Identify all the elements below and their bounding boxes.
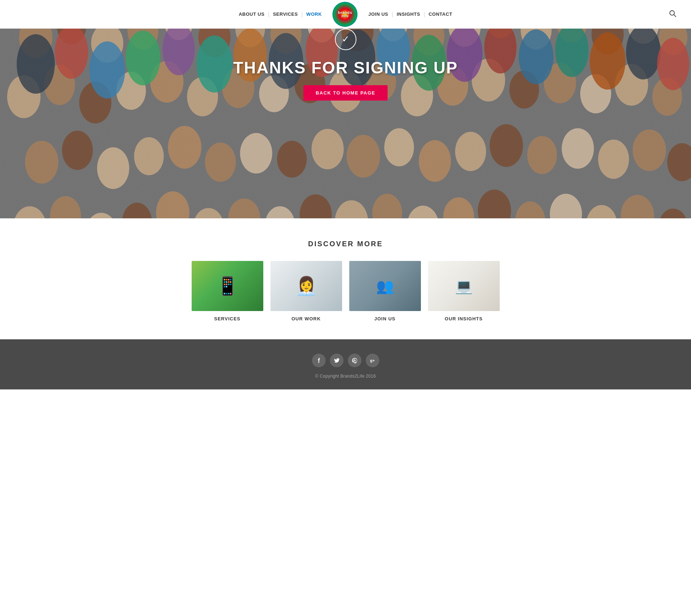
nav-about-us[interactable]: ABOUT US — [239, 11, 264, 17]
site-header: ABOUT US | SERVICES | WORK brands 2life … — [0, 0, 691, 29]
search-button[interactable] — [669, 10, 677, 19]
svg-point-52 — [419, 140, 451, 182]
svg-point-55 — [527, 136, 557, 174]
discover-section: DISCOVER MORE SERVICES OUR WORK JOIN US … — [0, 218, 691, 339]
svg-point-48 — [277, 141, 307, 178]
svg-point-47 — [240, 133, 272, 174]
svg-point-46 — [205, 142, 236, 182]
nav-right: JOIN US | INSIGHTS | CONTACT — [368, 11, 452, 17]
nav-services[interactable]: SERVICES — [273, 11, 298, 17]
svg-point-42 — [62, 131, 93, 170]
nav-work[interactable]: WORK — [306, 11, 322, 17]
logo-text-brands: brands — [338, 10, 352, 15]
svg-line-1 — [674, 15, 676, 17]
nav-join-us[interactable]: JOIN US — [368, 11, 388, 17]
card-services[interactable]: SERVICES — [192, 261, 263, 321]
card-img-work — [270, 261, 342, 311]
cards-row: SERVICES OUR WORK JOIN US OUR INSIGHTS — [0, 261, 691, 321]
svg-point-45 — [168, 126, 201, 169]
svg-point-43 — [97, 147, 129, 189]
card-img-insights — [428, 261, 500, 311]
social-icons-row: g+ — [7, 354, 684, 367]
svg-point-0 — [670, 10, 675, 15]
social-twitter[interactable] — [330, 354, 344, 367]
svg-point-54 — [490, 124, 523, 167]
back-to-home-button[interactable]: BACK TO HOME PAGE — [303, 85, 388, 101]
social-googleplus[interactable]: g+ — [366, 354, 379, 367]
footer-copyright: © Copyright Brands2Life 2016 — [7, 374, 684, 379]
svg-point-44 — [134, 137, 164, 175]
svg-point-41 — [25, 141, 58, 184]
svg-point-57 — [598, 140, 629, 179]
card-img-joinus — [349, 261, 421, 311]
check-circle: ✓ — [335, 29, 356, 50]
site-footer: g+ © Copyright Brands2Life 2016 — [0, 339, 691, 389]
nav-left: ABOUT US | SERVICES | WORK — [239, 11, 322, 17]
nav-sep-3: | — [392, 11, 393, 17]
hero-content: ✓ THANKS FOR SIGNING UP BACK TO HOME PAG… — [0, 29, 691, 101]
social-pinterest[interactable] — [348, 354, 361, 367]
card-our-insights[interactable]: OUR INSIGHTS — [428, 261, 500, 321]
logo-text-life: 2life — [341, 15, 349, 18]
hero-section: ✓ THANKS FOR SIGNING UP BACK TO HOME PAG… — [0, 29, 691, 218]
card-label-services: SERVICES — [214, 316, 241, 321]
svg-point-56 — [562, 128, 594, 169]
nav-sep-2: | — [301, 11, 303, 17]
search-icon — [669, 10, 677, 18]
svg-point-50 — [347, 135, 380, 178]
card-label-work: OUR WORK — [292, 316, 321, 321]
svg-point-53 — [455, 132, 486, 171]
card-img-services — [192, 261, 263, 311]
svg-point-49 — [312, 129, 344, 169]
nav-contact[interactable]: CONTACT — [428, 11, 452, 17]
svg-point-58 — [633, 130, 666, 171]
hero-title: THANKS FOR SIGNING UP — [233, 58, 458, 77]
nav-insights[interactable]: INSIGHTS — [397, 11, 420, 17]
card-join-us[interactable]: JOIN US — [349, 261, 421, 321]
svg-point-51 — [384, 128, 414, 166]
card-label-joinus: JOIN US — [374, 316, 395, 321]
nav-sep-4: | — [424, 11, 425, 17]
social-facebook[interactable] — [312, 354, 326, 367]
card-label-insights: OUR INSIGHTS — [445, 316, 483, 321]
card-our-work[interactable]: OUR WORK — [270, 261, 342, 321]
nav-sep-1: | — [268, 11, 269, 17]
logo-circle: brands 2life — [332, 2, 358, 27]
check-icon: ✓ — [342, 34, 350, 44]
discover-title: DISCOVER MORE — [0, 240, 691, 248]
site-logo[interactable]: brands 2life — [332, 2, 358, 27]
